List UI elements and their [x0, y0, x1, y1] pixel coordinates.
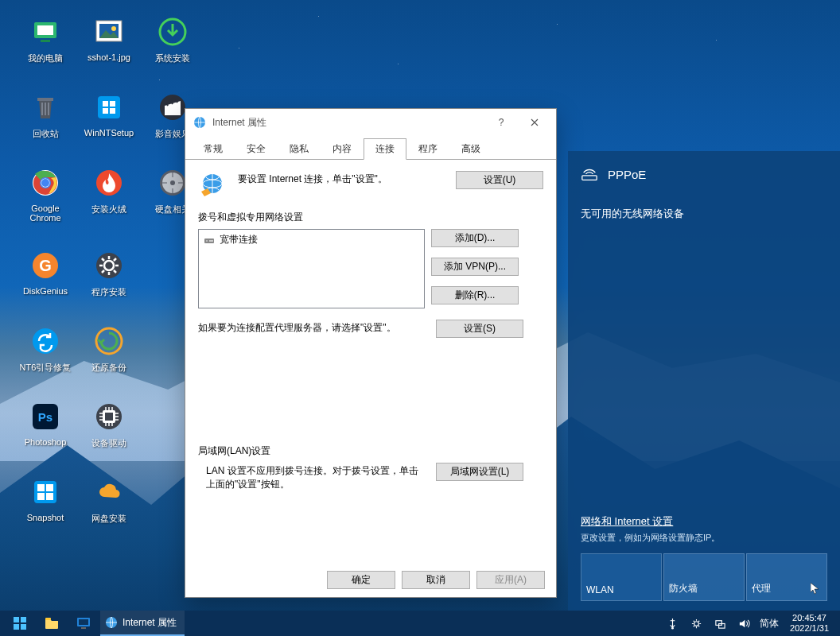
svg-rect-9 — [103, 101, 108, 107]
svg-rect-55 — [79, 619, 88, 625]
setup-button[interactable]: 设置(U) — [456, 171, 543, 189]
internet-properties-dialog: Internet 属性 ? 常规安全隐私内容连接程序高级 要设置 Interne… — [185, 108, 557, 598]
lan-settings-button[interactable]: 局域网设置(L) — [436, 463, 523, 481]
connection-row[interactable]: PPPoE — [581, 161, 827, 194]
sync-icon — [29, 325, 61, 357]
ok-button[interactable]: 确定 — [327, 571, 395, 589]
desktop-icon-WinNTSetup[interactable]: WinNTSetup — [78, 90, 140, 142]
tile-proxy[interactable]: 代理 — [746, 553, 827, 601]
dial-connections-list[interactable]: 宽带连接 — [198, 229, 425, 308]
modem-icon — [204, 235, 215, 246]
icon-label: 安装火绒 — [91, 204, 126, 215]
clock-date: 2022/1/31 — [790, 623, 829, 634]
network-settings-link[interactable]: 网络和 Internet 设置 — [581, 514, 827, 529]
bin-icon — [29, 91, 61, 123]
tray-network-icon[interactable] — [709, 611, 731, 636]
desktop-icon-还原备份[interactable]: 还原备份 — [78, 324, 140, 375]
svg-rect-2 — [41, 40, 50, 42]
desktop-icon-sshot-1.jpg[interactable]: sshot-1.jpg — [78, 14, 140, 66]
dial-section-label: 拨号和虚拟专用网络设置 — [198, 211, 543, 224]
icon-label: 回收站 — [33, 128, 59, 140]
ime-indicator[interactable]: 简体 — [756, 611, 782, 636]
tile-wlan[interactable]: WLAN — [581, 553, 662, 601]
desktop-icon-程序安装[interactable]: 程序安装 — [78, 248, 140, 300]
restore-icon — [93, 325, 125, 357]
tray-settings-icon[interactable] — [685, 611, 707, 636]
desktop-icon-回收站[interactable]: 回收站 — [14, 90, 76, 142]
ps-icon: Ps — [29, 401, 61, 432]
tab-隐私[interactable]: 隐私 — [278, 138, 321, 160]
win-icon — [93, 91, 125, 123]
tab-程序[interactable]: 程序 — [406, 138, 449, 160]
desktop-icon-DiskGenius[interactable]: GDiskGenius — [14, 248, 76, 300]
taskbar-task-internet-properties[interactable]: Internet 属性 — [100, 611, 185, 636]
apply-button[interactable]: 应用(A) — [476, 571, 545, 589]
pc-icon — [29, 16, 61, 48]
svg-point-23 — [170, 180, 175, 185]
desktop-icons: 我的电脑sshot-1.jpg系统安装回收站WinNTSetup影音娱乐Goog… — [14, 14, 204, 526]
desktop-icon-安装火绒[interactable]: 安装火绒 — [78, 165, 140, 224]
dialog-body: 要设置 Internet 连接，单击"设置"。 设置(U) 拨号和虚拟专用网络设… — [185, 159, 556, 563]
tab-安全[interactable]: 安全 — [235, 138, 278, 160]
svg-text:Ps: Ps — [38, 410, 52, 424]
folder-icon — [45, 617, 59, 630]
svg-rect-36 — [37, 484, 45, 491]
add-vpn-button[interactable]: 添加 VPN(P)... — [431, 258, 519, 276]
desktop-icon-我的电脑[interactable]: 我的电脑 — [14, 14, 76, 66]
add-button[interactable]: 添加(D)... — [431, 229, 519, 247]
pecmd-button[interactable] — [68, 611, 99, 636]
explorer-button[interactable] — [37, 611, 67, 636]
desktop-icon-Snapshot[interactable]: Snapshot — [14, 475, 76, 526]
cancel-button[interactable]: 取消 — [402, 571, 470, 589]
svg-rect-34 — [105, 413, 113, 421]
svg-rect-38 — [37, 493, 45, 500]
svg-rect-54 — [81, 627, 86, 629]
task-label: Internet 属性 — [122, 616, 177, 630]
svg-rect-47 — [582, 176, 597, 180]
monitor-icon — [76, 617, 91, 630]
setup-text: 要设置 Internet 连接，单击"设置"。 — [238, 171, 445, 186]
close-button[interactable] — [518, 111, 551, 134]
connection-name: PPPoE — [608, 168, 646, 181]
desktop-icon-Google-Chrome[interactable]: GoogleChrome — [14, 165, 76, 224]
tray-usb-icon[interactable] — [661, 611, 683, 636]
desktop-icon-设备驱动[interactable]: 设备驱动 — [78, 399, 140, 451]
desktop-icon-Photoshop[interactable]: PsPhotoshop — [14, 399, 76, 451]
icon-label: 程序安装 — [91, 286, 126, 298]
desktop-icon-网盘安装[interactable]: 网盘安装 — [78, 475, 140, 526]
settings-button[interactable]: 设置(S) — [436, 320, 523, 338]
clock[interactable]: 20:45:47 2022/1/31 — [784, 613, 835, 633]
icon-label: DiskGenius — [23, 286, 68, 296]
dialog-title: Internet 属性 — [212, 116, 484, 130]
g-icon: G — [29, 250, 61, 281]
lan-section-label: 局域网(LAN)设置 — [198, 444, 543, 458]
icon-label: 系统安装 — [155, 52, 190, 64]
icon-label: sshot-1.jpg — [88, 52, 130, 62]
desktop-icon-系统安装[interactable]: 系统安装 — [142, 14, 204, 66]
remove-button[interactable]: 删除(R)... — [431, 286, 519, 304]
icon-label: Photoshop — [25, 437, 67, 447]
network-settings-sub: 更改设置，例如为网络设置静态IP。 — [581, 532, 827, 544]
lan-text: LAN 设置不应用到拨号连接。对于拨号设置，单击上面的"设置"按钮。 — [198, 463, 425, 491]
dialog-titlebar[interactable]: Internet 属性 ? — [185, 109, 556, 136]
svg-point-58 — [694, 621, 698, 626]
connection-item-label: 宽带连接 — [220, 233, 258, 246]
windows-icon — [13, 616, 27, 630]
connection-item[interactable]: 宽带连接 — [200, 231, 422, 248]
img-icon — [93, 16, 125, 48]
chrome-icon — [29, 167, 61, 199]
tab-内容[interactable]: 内容 — [321, 138, 364, 160]
proxy-text: 如果要为连接配置代理服务器，请选择"设置"。 — [198, 320, 425, 335]
desktop-icon-NT6引导修复[interactable]: NT6引导修复 — [14, 324, 76, 375]
tab-高级[interactable]: 高级 — [449, 138, 492, 160]
tray-volume-icon[interactable] — [733, 611, 755, 636]
tile-firewall[interactable]: 防火墙 — [663, 553, 745, 601]
flame-icon — [93, 167, 125, 199]
svg-rect-51 — [21, 624, 26, 630]
start-button[interactable] — [5, 611, 35, 636]
tab-连接[interactable]: 连接 — [364, 138, 406, 160]
icon-label: GoogleChrome — [29, 204, 60, 223]
network-flyout: PPPoE 无可用的无线网络设备 网络和 Internet 设置 更改设置，例如… — [568, 151, 840, 611]
tab-常规[interactable]: 常规 — [192, 138, 235, 160]
help-button[interactable]: ? — [484, 111, 518, 134]
